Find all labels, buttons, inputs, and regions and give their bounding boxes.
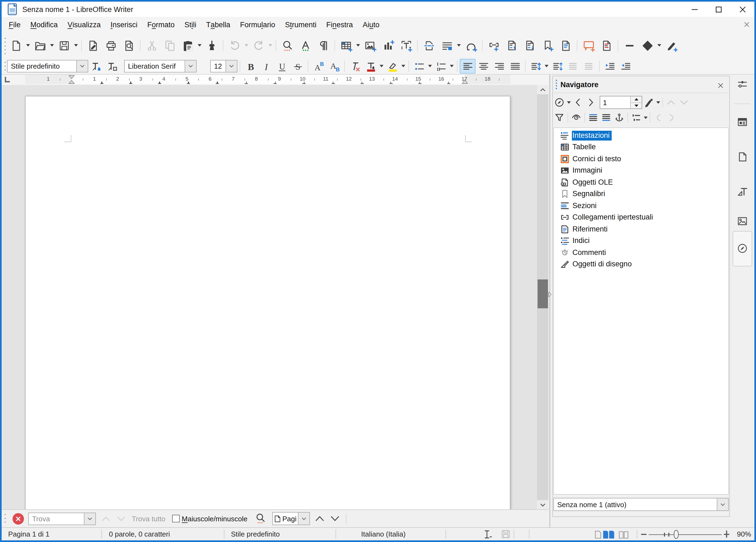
insert-table-dropdown-icon[interactable] [355,36,361,54]
previous-button[interactable] [571,96,584,109]
document-view[interactable] [2,85,548,509]
page-count[interactable]: Pagina 1 di 1 [8,530,50,538]
navigate-next-icon[interactable] [330,513,341,524]
menu-finestra[interactable]: Finestra [321,17,358,33]
font-color-dropdown-icon[interactable] [379,57,385,75]
hyperlink-button[interactable] [485,36,503,54]
copy-button[interactable] [161,36,179,54]
toolbar-grip[interactable] [3,510,7,527]
highlight-color-dropdown-icon[interactable] [400,57,406,75]
navigator-item-segnalibri[interactable]: Segnalibri [554,188,728,200]
ordered-list-dropdown-icon[interactable] [449,57,455,75]
sidebar-splitter[interactable] [548,75,551,527]
menu-inserisci[interactable]: Inserisci [106,17,142,33]
navigator-document-select[interactable]: Senza nome 1 (attivo) [553,498,729,511]
page-style[interactable]: Stile predefinito [231,530,280,538]
redo-button[interactable] [249,36,267,54]
multi-page-view-icon[interactable] [603,531,614,540]
align-justified-button[interactable] [507,59,523,74]
list-box-off-button[interactable] [600,111,613,124]
size-combo[interactable]: 12 [210,60,237,72]
decrease-spacing-button[interactable] [581,59,597,74]
horizontal-ruler[interactable]: 1234567891011121314151617181 [25,75,510,84]
page-deck-tab[interactable] [736,150,749,163]
redo-dropdown-icon[interactable] [267,36,273,54]
underline-button[interactable]: U [274,59,290,74]
minimize-button[interactable] [682,2,706,17]
basic-shapes-dropdown-icon[interactable] [656,36,662,54]
tab-stop-selector[interactable] [4,76,11,83]
draw-functions-button[interactable] [662,36,680,54]
new-button[interactable] [7,36,25,54]
set-reminder-button[interactable] [613,111,626,124]
toolbar-grip[interactable] [3,33,7,58]
print-button[interactable] [102,36,120,54]
show-all-button[interactable] [570,111,583,124]
navigator-close-icon[interactable] [718,81,725,88]
highlight-color-button[interactable] [385,59,400,74]
font-combo[interactable]: Liberation Serif [124,60,197,72]
bold-button[interactable]: B [242,59,258,74]
page-number-spinner[interactable]: 1 [600,96,642,109]
word-count[interactable]: 0 parole, 0 caratteri [109,530,170,538]
page-break-button[interactable] [420,36,438,54]
search-input[interactable]: Trova [28,512,96,525]
navigator-item-immagini[interactable]: Immagini [554,165,728,176]
menu-strumenti[interactable]: Strumenti [280,17,322,33]
drag-mode-button[interactable] [642,96,655,109]
demote-level-button[interactable] [678,96,691,109]
promote-level-button[interactable] [664,96,678,109]
find-replace-button[interactable] [278,36,296,54]
zoom-slider-knob[interactable] [674,530,679,539]
clear-formatting-button[interactable] [347,59,363,74]
insert-field-button[interactable] [438,36,456,54]
endnote-button[interactable]: i [521,36,539,54]
export-pdf-button[interactable] [84,36,102,54]
increase-indent-button[interactable] [602,59,618,74]
close-button[interactable] [730,2,754,17]
insert-textbox-button[interactable] [397,36,415,54]
navigator-item-riferimenti[interactable]: Riferimenti [554,223,728,235]
menu-aiuto[interactable]: Aiuto [358,17,385,33]
open-dropdown-icon[interactable] [49,36,55,54]
vertical-scrollbar[interactable] [537,85,548,509]
open-button[interactable] [31,36,49,54]
new-style-button[interactable] [104,59,120,74]
search-dropdown-icon[interactable] [84,513,95,524]
spin-up-icon[interactable] [631,96,642,103]
single-page-view-icon[interactable] [595,531,601,540]
update-style-button[interactable] [88,59,104,74]
properties-deck-tab[interactable] [736,115,749,129]
text-language[interactable]: Italiano (Italia) [361,530,406,538]
align-center-button[interactable] [475,59,491,74]
navigator-item-cornici-di-testo[interactable]: Cornici di testo [554,153,728,165]
navigator-item-tabelle[interactable]: Tabelle [554,141,728,153]
navigate-by-select[interactable]: Pagi [273,512,310,525]
menu-modifica[interactable]: Modifica [26,17,63,33]
style-combo[interactable]: Stile predefinito [7,60,88,72]
scroll-down-icon[interactable] [537,500,548,509]
font-color-button[interactable] [363,59,379,74]
selection-mode-icon[interactable] [483,530,492,540]
italic-button[interactable]: I [258,59,274,74]
navigation-dropdown-icon[interactable] [566,101,571,104]
save-button[interactable] [55,36,73,54]
strikethrough-button[interactable]: S [290,59,306,74]
formatting-marks-button[interactable] [314,36,332,54]
decrease-indent-button[interactable] [618,59,633,74]
sidebar-settings[interactable] [736,78,749,91]
zoom-slider[interactable] [641,528,727,540]
unordered-list-button[interactable] [411,59,427,74]
demote-chapter-button[interactable] [665,111,678,124]
close-find-bar-button[interactable] [13,513,24,524]
gallery-deck-tab[interactable] [736,215,749,228]
drag-mode-dropdown-icon[interactable] [655,101,661,104]
subscript-button[interactable]: AB [326,59,342,74]
insert-image-button[interactable] [361,36,379,54]
style-combo-dropdown-icon[interactable] [76,60,88,72]
undo-button[interactable] [225,36,243,54]
zoom-out-icon[interactable] [641,534,647,535]
maximize-button[interactable] [706,2,730,17]
cross-reference-button[interactable] [557,36,575,54]
menu-formulario[interactable]: Formulario [235,17,280,33]
